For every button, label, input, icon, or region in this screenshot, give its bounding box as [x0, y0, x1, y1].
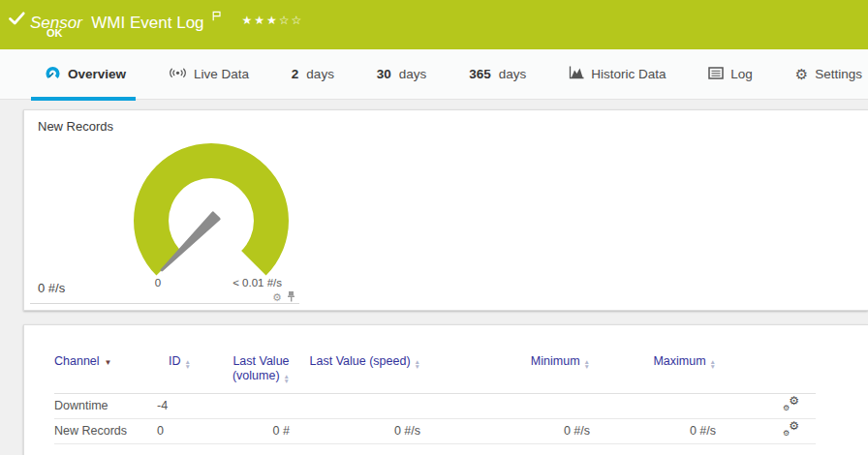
column-header-id[interactable]: ID▲▼ [157, 354, 205, 393]
tab-settings[interactable]: ⚙ Settings [795, 49, 862, 100]
tab-label: days [306, 67, 334, 81]
last-value-speed [293, 393, 423, 418]
status-badge: OK [46, 27, 63, 39]
column-header-last-value-volume[interactable]: Last Value (volume)▲▼ [205, 354, 293, 393]
table-row-downtime: Downtime -4 ⚙⚙ [54, 393, 816, 418]
tab-label: Overview [68, 67, 126, 81]
sensor-header: Sensor WMI Event Log ★★★☆☆ OK [0, 0, 868, 49]
maximum-value: 0 #/s [593, 418, 719, 443]
gauge-max-label: < 0.01 #/s [185, 277, 282, 288]
channel-settings-gears-icon[interactable]: ⚙⚙ [783, 422, 799, 437]
channel-name: Downtime [54, 393, 157, 418]
sort-icon: ▲▼ [710, 359, 716, 369]
tab-log[interactable]: Log [708, 49, 753, 100]
channels-table: Channel▼ ID▲▼ Last Value (volume)▲▼ Last… [54, 354, 816, 444]
tab-overview[interactable]: Overview [45, 49, 126, 100]
sort-icon: ▲▼ [185, 359, 191, 369]
sort-icon: ▲▼ [284, 374, 290, 383]
status-ok-check-icon [9, 12, 25, 29]
channel-name: New Records [54, 418, 157, 443]
column-header-maximum[interactable]: Maximum▲▼ [593, 354, 719, 393]
last-value-volume: 0 # [205, 418, 293, 443]
tab-label: Log [730, 67, 753, 81]
sort-desc-icon: ▼ [105, 358, 112, 367]
channels-panel: Channel▼ ID▲▼ Last Value (volume)▲▼ Last… [23, 324, 868, 455]
tab-label: Historic Data [591, 67, 666, 81]
last-value-speed: 0 #/s [293, 418, 423, 443]
tab-bar: Overview Live Data 2 days 30 days 365 da… [0, 49, 868, 100]
gauge-icon [45, 65, 61, 83]
tab-2-days[interactable]: 2 days [292, 49, 334, 100]
tab-live-data[interactable]: Live Data [169, 49, 249, 100]
gauge-tile-divider [30, 303, 299, 304]
gauge-chart [95, 136, 327, 281]
column-header-channel[interactable]: Channel▼ [54, 354, 157, 393]
last-value-volume [205, 393, 293, 418]
broadcast-icon [169, 67, 187, 82]
tab-label: days [499, 67, 527, 81]
tab-365-days[interactable]: 365 days [469, 49, 526, 100]
minimum-value [423, 393, 593, 418]
flag-icon [212, 8, 222, 25]
sort-icon: ▲▼ [415, 359, 420, 369]
channel-settings-gears-icon[interactable]: ⚙⚙ [783, 397, 799, 411]
channel-id: -4 [157, 393, 205, 418]
gauge-min-label: 0 [139, 277, 177, 288]
column-header-minimum[interactable]: Minimum▲▼ [423, 354, 593, 393]
gauge-settings-gear-icon[interactable]: ⚙ [272, 292, 282, 303]
table-row-new-records: New Records 0 0 # 0 #/s 0 #/s 0 #/s ⚙⚙ [54, 418, 816, 443]
sort-icon: ▲▼ [584, 359, 590, 369]
overview-gauge-panel: New Records 0 < 0.01 #/s 0 #/s ⚙ [23, 109, 868, 311]
tab-label: Live Data [194, 67, 249, 81]
sensor-title: WMI Event Log [91, 14, 203, 32]
column-header-last-value-speed[interactable]: Last Value (speed)▲▼ [293, 354, 423, 393]
area-chart-icon [569, 66, 584, 82]
gauge-title: New Records [38, 119, 113, 134]
channel-id: 0 [157, 418, 205, 443]
gauge-arc [134, 143, 289, 276]
tab-historic-data[interactable]: Historic Data [569, 49, 666, 100]
tab-label: days [399, 67, 427, 81]
maximum-value [593, 393, 719, 418]
tab-30-days[interactable]: 30 days [377, 49, 427, 100]
tab-label: Settings [815, 67, 862, 81]
log-icon [708, 67, 724, 82]
gauge-current-value: 0 #/s [38, 281, 65, 295]
priority-stars[interactable]: ★★★☆☆ [241, 14, 303, 27]
minimum-value: 0 #/s [423, 418, 593, 443]
gear-icon: ⚙ [795, 67, 808, 81]
